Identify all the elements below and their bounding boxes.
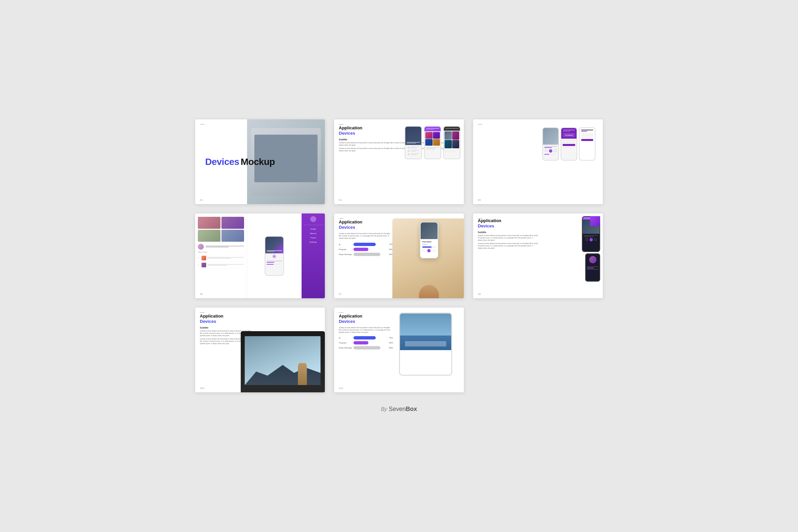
- ls-mountains: [245, 358, 321, 385]
- ipad-device-area: [399, 312, 459, 379]
- ipad-prog-pct-3: 90%: [385, 347, 393, 349]
- prog-label-3: Deep Shotings: [339, 253, 352, 255]
- phone-3: [443, 126, 460, 159]
- sc4: [222, 230, 244, 242]
- ipad-sky: [400, 314, 451, 338]
- ph3b-field2: [563, 142, 575, 143]
- slide8-left: Application Devices A peep at some dista…: [339, 314, 393, 349]
- ph2-c-line1: [425, 147, 440, 148]
- rm-settings[interactable]: Settings: [304, 241, 323, 244]
- rm-albums[interactable]: Albums: [304, 232, 323, 235]
- hp-sub: Transition: [422, 243, 436, 245]
- phone-3a: [542, 127, 559, 160]
- slide-num-4: 06: [200, 292, 203, 296]
- ph1-photo: [405, 127, 421, 145]
- pdark-controls: [584, 238, 598, 241]
- info-line1: [206, 246, 244, 246]
- slide-1: Devices Mockup 01: [195, 119, 325, 204]
- pdark-l1: [584, 235, 598, 236]
- phone-3-screen: [444, 127, 460, 158]
- presentation-grid: Devices Mockup 01 Application Devices Su…: [195, 119, 603, 392]
- laptop-area: [241, 331, 325, 392]
- ph1-item2: [406, 149, 420, 153]
- slide6-title: Application: [478, 218, 538, 224]
- phone-2-screen: [424, 127, 440, 158]
- hp-pause: [427, 249, 431, 252]
- slide-7: Application Devices Subtitle A peep at s…: [195, 307, 325, 392]
- prog-label-2: Program: [339, 248, 352, 250]
- slide8-title: Application: [339, 314, 393, 319]
- ph3-g1: [444, 131, 452, 140]
- prog-bar-1: [354, 243, 383, 246]
- ph2-g3: [425, 139, 433, 146]
- rm-profile[interactable]: Profile: [304, 227, 323, 231]
- info-line2: [206, 247, 229, 247]
- ipad-photo: [400, 314, 451, 350]
- artist-content: [586, 265, 600, 271]
- ph3b-content: [561, 139, 576, 149]
- slide-2: Application Devices Subtitle A peep at s…: [334, 119, 464, 204]
- ph1-line1: [407, 142, 420, 142]
- ph3a-line2: [544, 147, 552, 148]
- slide-num-2: 04: [339, 198, 342, 202]
- slide-num-5: 07: [339, 292, 342, 296]
- pc-l2: [267, 262, 274, 263]
- pdark-play: [590, 238, 593, 241]
- ph3b-getstarted-text: Get Started: [565, 134, 573, 136]
- ph3c-content: [580, 128, 595, 142]
- prog-row-3: Deep Shotings 90%: [339, 253, 393, 256]
- prog-bar-2: [354, 248, 383, 251]
- ph1-info: [407, 142, 420, 144]
- hand-phone: Track Name Transition: [420, 222, 438, 258]
- hp-controls: [422, 249, 436, 252]
- ipad-progress-bars: dj 75% Program 50% Deep Shotings 90%: [339, 336, 393, 349]
- ph3c-f2: [581, 135, 593, 136]
- ph2-h-line1: [426, 128, 439, 129]
- track-lines-2: [207, 264, 244, 266]
- slide8-subtitle: Devices: [339, 319, 393, 324]
- social-info: [198, 244, 244, 250]
- pc-ol2: [267, 251, 274, 252]
- slide6-desc1: A peep at some distant orb has power to …: [478, 234, 538, 241]
- slide-1-title: Devices Mockup: [205, 157, 275, 167]
- ipad-prog-label-3: Deep Shotings: [339, 347, 352, 349]
- sc2: [222, 217, 244, 229]
- slide-5: Application Devices A peep at some dista…: [334, 213, 464, 298]
- ph1-line-d: [411, 151, 416, 152]
- track-list: 1 2: [198, 255, 244, 269]
- pdark-ctl1: [586, 238, 588, 241]
- pc-play-btn[interactable]: [273, 255, 276, 258]
- slide-bar-3: [478, 124, 482, 125]
- ph2-c-line2: [425, 149, 435, 149]
- ph1-lines1: [411, 147, 419, 149]
- prog-fill-2: [354, 248, 368, 251]
- ls-bg: [245, 336, 321, 385]
- rm-tracks[interactable]: Tracks: [304, 236, 323, 240]
- ph3c-f3: [581, 137, 593, 138]
- track-thumb-2: [202, 263, 206, 267]
- hand-area: Track Name Transition: [392, 218, 464, 298]
- ph3a-photo: [543, 128, 558, 145]
- ipad-prog-bar-1: [354, 336, 383, 340]
- ph3b-header: Get Started: [561, 128, 576, 139]
- ph1-item3: [406, 153, 420, 156]
- slide7-section: Subtitle: [200, 326, 254, 329]
- slide5-subtitle: Devices: [339, 225, 393, 230]
- title-mockup: Mockup: [241, 157, 275, 167]
- hp-ctl3: [433, 249, 435, 252]
- hp-name: Track Name: [422, 241, 436, 243]
- slide-8: Application Devices A peep at some dista…: [334, 307, 464, 392]
- slide-6: Application Devices Subtitle A peep at s…: [473, 213, 603, 298]
- ph1-dot1: [407, 147, 410, 149]
- track-num-2: 2: [198, 264, 201, 266]
- artist-l1: [587, 266, 598, 267]
- slide-bar-6: [478, 218, 482, 219]
- sc1: [198, 217, 221, 229]
- branding-seven: Seven: [389, 406, 406, 412]
- slide-3: Get Started: [473, 119, 603, 204]
- slide-num-7: 100: [200, 387, 204, 390]
- track-lines-1: [207, 257, 244, 259]
- hp-photo: [421, 223, 438, 239]
- ph2-grid: [424, 131, 440, 146]
- slide-bar: [200, 124, 205, 125]
